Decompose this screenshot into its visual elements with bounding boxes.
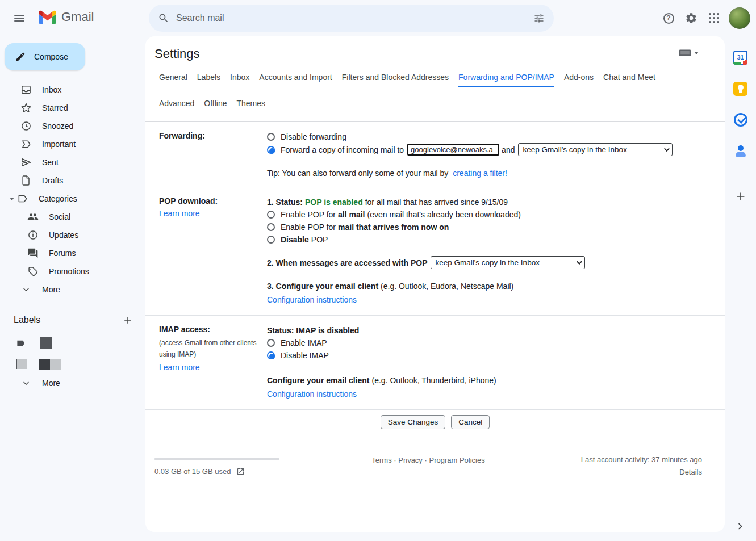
redacted-label-text <box>40 337 52 349</box>
enable-pop-from-now-radio[interactable] <box>267 223 275 231</box>
send-icon <box>20 157 32 168</box>
imap-access-section: IMAP access: (access Gmail from other cl… <box>145 316 725 410</box>
tab-themes[interactable]: Themes <box>237 99 266 114</box>
sidebar-item-sent[interactable]: Sent <box>0 153 145 171</box>
compose-pencil-icon <box>15 51 26 62</box>
user-avatar[interactable] <box>729 7 750 29</box>
keyboard-icon <box>679 49 691 57</box>
disable-forwarding-radio[interactable] <box>267 133 275 141</box>
imap-configuration-instructions-link[interactable]: Configuration instructions <box>267 389 357 399</box>
label-icon <box>17 193 28 204</box>
pop-learn-more-link[interactable]: Learn more <box>159 209 200 218</box>
tasks-button[interactable] <box>730 110 751 130</box>
pop-download-section: POP download: Learn more 1. Status: POP … <box>145 187 725 316</box>
tag-icon <box>27 266 39 277</box>
tab-general[interactable]: General <box>159 73 187 87</box>
forwarding-email-input[interactable] <box>407 144 499 156</box>
pop-configure-label: 3. Configure your email client <box>267 282 378 291</box>
sidebar-item-promotions[interactable]: Promotions <box>0 262 145 280</box>
program-policies-link[interactable]: Program Policies <box>429 456 484 464</box>
gmail-logo[interactable]: Gmail <box>39 10 94 24</box>
app-name: Gmail <box>61 10 94 24</box>
imap-status: Status: IMAP is disabled <box>267 326 359 335</box>
search-icon <box>158 12 169 24</box>
contacts-button[interactable] <box>730 141 751 161</box>
pop-action-select[interactable]: keep Gmail's copy in the Inbox <box>431 256 585 269</box>
creating-a-filter-link[interactable]: creating a filter! <box>453 169 507 178</box>
imap-learn-more-link[interactable]: Learn more <box>159 363 200 372</box>
tab-inbox[interactable]: Inbox <box>230 73 249 87</box>
enable-pop-all-mail-radio[interactable] <box>267 211 275 219</box>
keyboard-dropdown-icon <box>694 52 699 54</box>
tab-accounts-and-import[interactable]: Accounts and Import <box>259 73 332 87</box>
imap-access-sublabel: (access Gmail from other clients using I… <box>159 337 267 360</box>
pop-configure-hint: (e.g. Outlook, Eudora, Netscape Mail) <box>381 282 513 291</box>
google-apps-button[interactable] <box>703 7 725 30</box>
compose-label: Compose <box>34 52 68 61</box>
sidebar-item-forums[interactable]: Forums <box>0 244 145 262</box>
main-menu-button[interactable] <box>8 7 31 30</box>
search-options-button[interactable] <box>528 7 550 30</box>
sidebar-item-snoozed[interactable]: Snoozed <box>0 117 145 135</box>
labels-more[interactable]: More <box>0 375 145 392</box>
hide-side-panel-button[interactable] <box>736 522 745 531</box>
forward-copy-radio[interactable] <box>267 146 275 154</box>
disable-imap-radio[interactable] <box>267 351 275 359</box>
search-input[interactable] <box>175 12 528 24</box>
sidebar-item-categories[interactable]: Categories <box>0 190 145 208</box>
tab-filters-and-blocked-addresses[interactable]: Filters and Blocked Addresses <box>342 73 449 87</box>
label-item[interactable] <box>0 333 145 354</box>
redacted-label-text <box>39 359 50 370</box>
settings-button[interactable] <box>680 7 703 30</box>
label-item[interactable] <box>0 354 145 375</box>
sidebar-nav: Inbox Starred Snoozed Important Sent Dra… <box>0 81 145 299</box>
page-title: Settings <box>154 47 725 61</box>
keep-button[interactable] <box>730 78 751 99</box>
external-link-icon[interactable] <box>236 467 245 476</box>
sidebar-item-drafts[interactable]: Drafts <box>0 171 145 190</box>
tasks-icon <box>734 113 747 127</box>
star-icon <box>20 102 32 114</box>
tab-advanced[interactable]: Advanced <box>159 99 194 114</box>
info-icon <box>27 229 39 241</box>
sidebar-item-inbox[interactable]: Inbox <box>0 81 145 99</box>
imap-configure-label: Configure your email client <box>267 376 369 385</box>
input-tools-button[interactable] <box>679 49 699 57</box>
forwarding-action-select[interactable]: keep Gmail's copy in the Inbox <box>518 143 673 156</box>
sidebar-item-updates[interactable]: Updates <box>0 226 145 244</box>
footer: 0.03 GB of 15 GB used Terms · Privacy · … <box>154 455 702 476</box>
tab-chat-and-meet[interactable]: Chat and Meet <box>603 73 655 87</box>
categories-expander-icon[interactable] <box>8 198 16 200</box>
disable-pop-radio[interactable] <box>267 236 275 244</box>
sidebar-item-starred[interactable]: Starred <box>0 99 145 117</box>
tab-add-ons[interactable]: Add-ons <box>564 73 594 87</box>
cancel-button[interactable]: Cancel <box>451 415 490 429</box>
contacts-icon <box>734 144 747 158</box>
pop-configuration-instructions-link[interactable]: Configuration instructions <box>267 295 357 304</box>
tab-labels[interactable]: Labels <box>197 73 220 87</box>
search-button[interactable] <box>152 7 175 30</box>
compose-button[interactable]: Compose <box>5 43 85 70</box>
left-sidebar: Compose Inbox Starred Snoozed Important … <box>0 36 145 541</box>
support-button[interactable]: ? <box>657 7 680 30</box>
privacy-link[interactable]: Privacy <box>398 456 423 464</box>
labels-title: Labels <box>14 315 123 325</box>
calendar-button[interactable]: 31 <box>730 47 751 68</box>
tab-forwarding-and-pop-imap[interactable]: Forwarding and POP/IMAP <box>458 73 554 87</box>
forwarding-tip-text: Tip: You can also forward only some of y… <box>267 169 448 178</box>
enable-imap-radio[interactable] <box>267 339 275 347</box>
hamburger-icon <box>14 13 24 23</box>
imap-configure-hint: (e.g. Outlook, Thunderbird, iPhone) <box>371 376 496 385</box>
tab-offline[interactable]: Offline <box>204 99 227 114</box>
chevron-right-icon <box>736 522 745 531</box>
tune-icon <box>533 12 545 24</box>
sidebar-item-social[interactable]: Social <box>0 208 145 226</box>
get-add-ons-button[interactable] <box>730 186 751 207</box>
sidebar-item-important[interactable]: Important <box>0 135 145 153</box>
terms-link[interactable]: Terms <box>371 456 391 464</box>
details-link[interactable]: Details <box>679 468 702 476</box>
create-label-button[interactable] <box>123 315 133 325</box>
sidebar-item-more[interactable]: More <box>0 280 145 299</box>
pop-download-label: POP download: <box>159 196 267 206</box>
save-changes-button[interactable]: Save Changes <box>381 415 446 429</box>
